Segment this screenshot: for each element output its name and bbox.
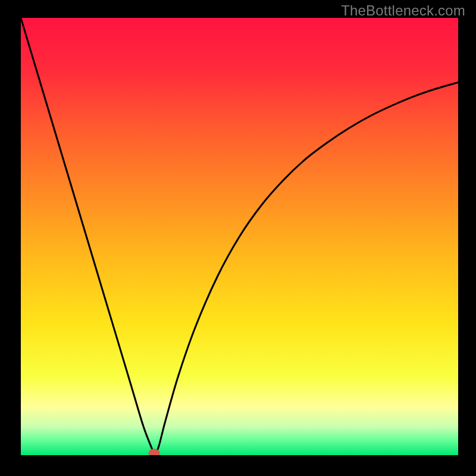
chart-svg xyxy=(21,18,458,455)
watermark-text: TheBottleneck.com xyxy=(341,2,465,19)
plot-area xyxy=(21,18,458,455)
chart-container: TheBottleneck.com xyxy=(0,0,476,476)
